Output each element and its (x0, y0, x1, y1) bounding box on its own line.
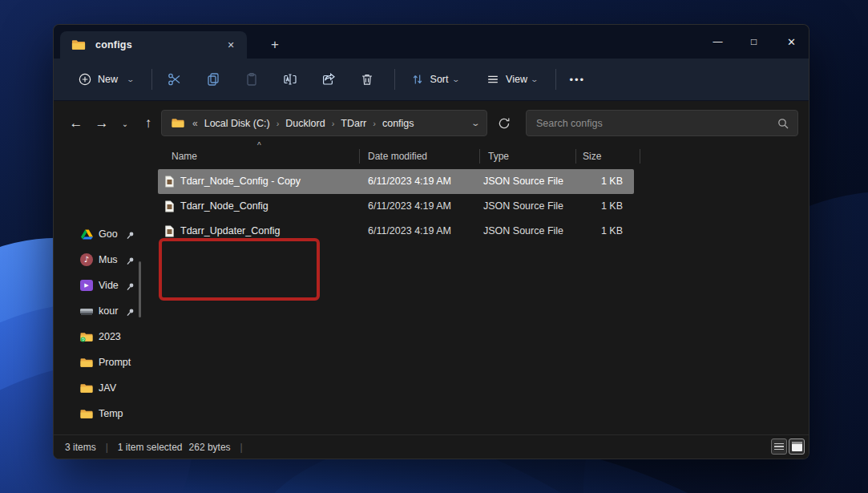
folder-sync-icon (79, 330, 94, 343)
more-options-button[interactable]: ••• (561, 65, 593, 94)
copy-button[interactable] (197, 65, 229, 94)
column-header-type[interactable]: Type (488, 145, 509, 168)
music-icon: ♪ (79, 253, 94, 266)
table-row[interactable]: Tdarr_Updater_Config 6/11/2023 4:19 AM J… (158, 219, 634, 244)
breadcrumb-item-ducklord[interactable]: Ducklord (284, 118, 326, 129)
paste-button[interactable] (236, 65, 268, 94)
pin-icon (126, 229, 135, 239)
view-label: View (506, 74, 527, 85)
close-button[interactable]: ✕ (773, 25, 809, 59)
table-row[interactable]: Tdarr_Node_Config 6/11/2023 4:19 AM JSON… (158, 194, 634, 219)
view-button[interactable]: View ⌄ (478, 65, 544, 94)
status-divider: | (106, 442, 108, 453)
sidebar-item-label: Vide (99, 280, 119, 291)
breadcrumb-item-drive[interactable]: Local Disk (C:) (203, 118, 272, 129)
column-header-date[interactable]: Date modified (368, 145, 427, 168)
view-list-icon (486, 72, 500, 87)
desktop: configs ✕ + — □ ✕ New ⌄ (0, 0, 868, 493)
file-list: Tdarr_Node_Config - Copy 6/11/2023 4:19 … (158, 169, 634, 244)
back-button[interactable]: ← (63, 111, 89, 136)
sidebar-scrollbar[interactable] (139, 261, 141, 317)
status-bar: 3 items | 1 item selected 262 bytes | (54, 434, 809, 459)
sidebar-item-label: Temp (99, 408, 123, 419)
trash-icon (359, 71, 375, 87)
chevron-down-icon: ⌄ (127, 75, 135, 83)
search-icon[interactable] (777, 118, 789, 129)
column-headers: ^ Name Date modified Type Size (158, 145, 793, 168)
refresh-icon (498, 117, 511, 130)
breadcrumb-overflow-icon[interactable]: « (192, 118, 198, 129)
column-divider[interactable] (359, 149, 360, 164)
thumbnails-view-icon (792, 442, 802, 451)
breadcrumb-separator: › (368, 119, 381, 128)
up-button[interactable]: ↑ (135, 111, 161, 136)
file-date: 6/11/2023 4:19 AM (368, 219, 451, 244)
address-bar[interactable]: « Local Disk (C:) › Ducklord › TDarr › c… (161, 110, 487, 136)
videos-icon: ▶ (79, 279, 94, 292)
address-dropdown-icon[interactable]: ⌄ (470, 119, 481, 127)
navigation-pane: Goo ♪ Mus ▶ Vide kour (54, 177, 148, 434)
json-file-icon (164, 176, 175, 188)
maximize-button[interactable]: □ (736, 25, 772, 59)
column-header-name[interactable]: Name (172, 145, 197, 168)
file-name: Tdarr_Updater_Config (180, 219, 280, 244)
sidebar-item-music[interactable]: ♪ Mus (54, 248, 148, 272)
sort-button[interactable]: Sort ⌄ (403, 65, 466, 94)
chevron-down-icon: ⌄ (451, 75, 460, 83)
search-box[interactable] (526, 110, 798, 136)
sidebar-item-prompt[interactable]: Prompt (54, 350, 148, 374)
new-tab-button[interactable]: + (264, 34, 285, 55)
file-name: Tdarr_Node_Config (180, 194, 268, 219)
sidebar-item-temp[interactable]: Temp (54, 402, 148, 426)
chevron-down-icon: ⌄ (530, 75, 539, 83)
column-divider[interactable] (479, 149, 480, 164)
forward-button[interactable]: → (89, 111, 115, 136)
sidebar-item-label: Goo (99, 228, 118, 240)
file-explorer-window: configs ✕ + — □ ✕ New ⌄ (53, 24, 809, 459)
delete-button[interactable] (351, 65, 383, 94)
recent-locations-icon[interactable]: ⌄ (115, 111, 135, 136)
tab-title: configs (95, 39, 132, 51)
title-bar: configs ✕ + — □ ✕ (54, 25, 809, 59)
item-count: 3 items (65, 442, 96, 453)
column-header-size[interactable]: Size (583, 145, 601, 168)
column-divider[interactable] (640, 149, 640, 164)
share-icon (321, 71, 337, 87)
minimize-button[interactable]: — (700, 25, 736, 59)
sidebar-item-label: 2023 (99, 331, 121, 342)
refresh-button[interactable] (491, 110, 517, 136)
sort-ascending-icon: ^ (257, 141, 261, 150)
sidebar-item-label: Mus (99, 254, 118, 265)
breadcrumb-item-configs[interactable]: configs (381, 118, 416, 129)
tab-close-icon[interactable]: ✕ (224, 38, 237, 51)
sidebar-item-kour[interactable]: kour (54, 299, 148, 323)
status-divider: | (240, 442, 243, 453)
clipboard-icon (244, 71, 260, 87)
navigation-bar: ← → ⌄ ↑ (63, 107, 161, 139)
pin-icon (126, 255, 135, 265)
cut-button[interactable] (159, 65, 191, 94)
sidebar-item-videos[interactable]: ▶ Vide (54, 273, 148, 297)
table-row[interactable]: Tdarr_Node_Config - Copy 6/11/2023 4:19 … (158, 169, 634, 194)
folder-icon (79, 382, 94, 394)
sidebar-item-label: Prompt (99, 357, 131, 368)
search-input[interactable] (527, 118, 777, 129)
column-divider[interactable] (575, 149, 576, 164)
rename-button[interactable] (274, 65, 306, 94)
file-size: 1 KB (543, 169, 623, 194)
tab-configs[interactable]: configs ✕ (60, 31, 247, 59)
file-name: Tdarr_Node_Config - Copy (180, 169, 301, 194)
selection-size: 262 bytes (189, 442, 231, 453)
new-button[interactable]: New ⌄ (70, 65, 142, 94)
thumbnails-view-button[interactable] (789, 438, 805, 455)
selection-count: 1 item selected (118, 442, 183, 453)
sidebar-item-2023[interactable]: 2023 (54, 325, 148, 349)
details-view-button[interactable] (771, 438, 787, 455)
sidebar-item-label: JAV (99, 382, 116, 394)
sidebar-item-jav[interactable]: JAV (54, 376, 148, 400)
annotation-highlight-box (159, 238, 320, 301)
sidebar-item-google-drive[interactable]: Goo (54, 222, 148, 246)
share-button[interactable] (313, 65, 345, 94)
toolbar-divider (151, 69, 152, 90)
breadcrumb-item-tdarr[interactable]: TDarr (339, 118, 368, 129)
